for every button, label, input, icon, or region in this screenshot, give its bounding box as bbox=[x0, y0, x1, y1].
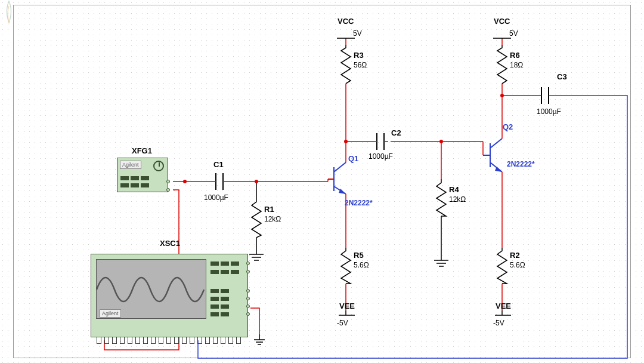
r5-ref: R5 bbox=[354, 251, 364, 260]
r1-ref: R1 bbox=[264, 205, 274, 214]
xsc1-brand: Agilent bbox=[100, 309, 121, 318]
svg-line-37 bbox=[334, 162, 346, 172]
c2-ref: C2 bbox=[391, 128, 401, 137]
svg-point-1 bbox=[255, 180, 258, 183]
c3-ref: C3 bbox=[557, 72, 567, 81]
oscilloscope[interactable]: Agilent bbox=[91, 254, 248, 337]
r6-val: 18Ω bbox=[510, 61, 523, 69]
xfg1-label: XFG1 bbox=[132, 146, 152, 155]
r3-ref: R3 bbox=[354, 51, 364, 60]
c2-val: 1000µF bbox=[369, 152, 393, 161]
xsc1-label: XSC1 bbox=[160, 239, 180, 248]
q2-model: 2N2222* bbox=[507, 160, 535, 168]
r1-val: 12kΩ bbox=[264, 215, 281, 223]
q1-model: 2N2222* bbox=[345, 199, 373, 207]
xsc1-port[interactable] bbox=[246, 289, 250, 293]
c1-val: 1000µF bbox=[204, 193, 228, 202]
q2-ref: Q2 bbox=[503, 122, 513, 131]
xfg1-port-1[interactable] bbox=[166, 180, 170, 183]
q1-ref: Q1 bbox=[348, 154, 358, 163]
svg-point-0 bbox=[183, 180, 187, 183]
r6-ref: R6 bbox=[510, 51, 520, 60]
vcc2-label: VCC bbox=[494, 17, 510, 26]
r4-ref: R4 bbox=[449, 185, 459, 194]
xfg1-port-2[interactable] bbox=[166, 188, 170, 192]
xfg1-brand: Agilent bbox=[120, 161, 141, 169]
vee2-value: -5V bbox=[493, 319, 504, 327]
xsc1-port[interactable] bbox=[246, 297, 250, 300]
svg-line-45 bbox=[490, 139, 502, 148]
function-generator[interactable]: Agilent bbox=[117, 158, 168, 192]
vcc1-value: 5V bbox=[353, 29, 362, 38]
c3-val: 1000µF bbox=[537, 107, 561, 116]
r3-val: 56Ω bbox=[354, 61, 367, 69]
vee2-label: VEE bbox=[496, 302, 511, 310]
r2-val: 5.6Ω bbox=[510, 261, 525, 269]
svg-point-3 bbox=[439, 140, 443, 143]
svg-point-4 bbox=[500, 94, 504, 97]
bnc-connectors bbox=[97, 337, 241, 344]
c1-ref: C1 bbox=[213, 160, 224, 169]
knob-icon[interactable] bbox=[153, 161, 164, 171]
vcc2-value: 5V bbox=[509, 29, 518, 38]
vee1-label: VEE bbox=[339, 302, 355, 310]
r2-ref: R2 bbox=[510, 251, 520, 260]
xsc1-port[interactable] bbox=[246, 262, 250, 265]
xsc1-port[interactable] bbox=[246, 312, 250, 316]
xsc1-port[interactable] bbox=[246, 270, 250, 273]
vee1-value: -5V bbox=[337, 319, 348, 327]
r5-val: 5.6Ω bbox=[354, 261, 369, 269]
r4-val: 12kΩ bbox=[449, 195, 466, 204]
watermark-icon bbox=[0, 0, 18, 27]
xsc1-port[interactable] bbox=[246, 304, 250, 308]
vcc1-label: VCC bbox=[338, 17, 354, 26]
